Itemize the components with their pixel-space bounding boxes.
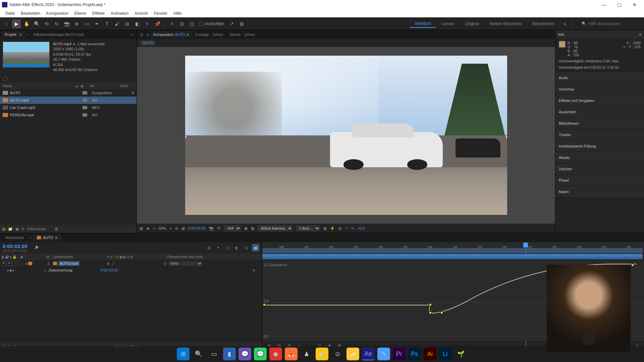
keyframe[interactable] [263, 303, 266, 306]
flowchart-icon[interactable]: ⊹ [345, 226, 348, 231]
menu-fenster[interactable]: Fenster [151, 10, 170, 17]
comp-lock-icon[interactable]: ⊡ [138, 33, 145, 37]
taskbar-after-effects[interactable]: Ae [362, 348, 375, 360]
channel-icon[interactable]: ◉ [146, 226, 150, 231]
minimize-button[interactable]: — [597, 0, 612, 9]
menu-hilfe[interactable]: Hilfe [171, 10, 184, 17]
keyframe-handle[interactable] [440, 311, 443, 314]
time-ruler[interactable]: 09f 19f 29f 09f 19f 29f 09f 19f 29f 09f … [262, 242, 644, 253]
align-checkbox[interactable]: Ausrichten [200, 21, 224, 26]
hand-tool[interactable]: ✋ [22, 19, 31, 28]
zoom-tool[interactable]: 🔍 [32, 19, 41, 28]
menu-effekte[interactable]: Effekte [90, 10, 107, 17]
tab-layer[interactable]: Ebene (ohne) [227, 31, 259, 38]
parent-select[interactable]: Ohne [169, 261, 202, 266]
composition-viewer[interactable] [137, 47, 555, 224]
brain-icon[interactable]: ⊡ [243, 244, 250, 251]
toolopt-2[interactable]: ⊡ [177, 19, 186, 28]
text-tool[interactable]: T [103, 19, 111, 28]
tab-footage[interactable]: Footage (ohne) [192, 31, 226, 38]
tab-overflow[interactable]: » [129, 33, 135, 37]
zoom-value[interactable]: 50% [159, 226, 166, 230]
comp-back-icon[interactable]: ◂ [145, 33, 150, 37]
timeline-search[interactable]: 🔎 [31, 246, 202, 250]
panel-fill[interactable]: Inhaltsbasierte Füllung [555, 140, 644, 152]
taskbar-app-5[interactable]: ✎ [377, 348, 390, 360]
camera-select[interactable]: Aktive Kamera [258, 225, 292, 231]
views-select[interactable]: 1 Ansi... [296, 225, 320, 231]
panel-bibliotheken[interactable]: Bibliotheken [555, 117, 644, 129]
info-panel-header[interactable]: Info≡ [555, 30, 644, 39]
project-row-carcrash[interactable]: Car Crash.mp3MP3 [0, 104, 137, 111]
transparency-icon[interactable]: ▦ [251, 226, 254, 231]
keyframe[interactable] [631, 264, 634, 266]
taskbar-app-2[interactable]: ◉ [269, 348, 282, 360]
panel-pinsel[interactable]: Pinsel [555, 174, 644, 186]
fast-preview-icon[interactable]: ⚡ [330, 226, 335, 231]
unified-camera-tool[interactable]: 📷 [62, 19, 71, 28]
project-row-auto-comp[interactable]: AUTOKomposition⚙ [0, 89, 137, 97]
project-row-person[interactable]: PERSON.mp4AVI [0, 111, 137, 119]
tab-timeline-comp[interactable]: AUTO ≡ [33, 234, 61, 241]
graph-editor-icon[interactable]: ▤ [252, 244, 259, 251]
adjust-icon[interactable]: ✎ [21, 227, 24, 231]
shy-icon[interactable]: ✦ [214, 244, 222, 251]
frame-blend-icon[interactable]: ◫ [224, 244, 231, 251]
col-type[interactable]: Art [90, 84, 120, 88]
rectangle-tool[interactable]: ▭ [83, 19, 91, 28]
interpret-icon[interactable]: ▦ [2, 227, 5, 231]
search-button[interactable]: 🔍 [192, 348, 205, 360]
panel-zeichen[interactable]: Zeichen [555, 163, 644, 174]
snapshot-icon[interactable]: 📷 [209, 226, 214, 231]
workspace-standard[interactable]: Standard [410, 20, 436, 28]
rotate-tool[interactable]: ↻ [52, 19, 61, 28]
help-search-input[interactable] [588, 21, 642, 26]
menu-animation[interactable]: Animation [108, 10, 131, 17]
roto-tool[interactable]: ✧ [143, 19, 152, 28]
pixel-aspect-icon[interactable]: ▦ [323, 226, 327, 231]
taskbar-app-4[interactable]: ◐ [316, 348, 328, 360]
taskbar-app-1[interactable]: ▮ [223, 348, 236, 360]
close-button[interactable]: ✕ [627, 0, 642, 9]
project-row-auto-mp4[interactable]: AUTO.mp4AVI [0, 97, 137, 104]
show-snapshot-icon[interactable]: 👁 [217, 226, 221, 230]
panel-tracker[interactable]: Tracker [555, 129, 644, 140]
maximize-button[interactable]: ▢ [612, 0, 627, 9]
menu-komposition[interactable]: Komposition [44, 10, 71, 17]
orbit-tool[interactable]: ⟲ [42, 19, 51, 28]
pan-behind-tool[interactable]: ⊕ [72, 19, 81, 28]
exposure-value[interactable]: +0,0 [358, 226, 365, 230]
folder-icon[interactable]: 📁 [8, 227, 13, 231]
col-name[interactable]: Name ▲ [0, 84, 80, 88]
menu-datei[interactable]: Datei [3, 10, 17, 17]
eraser-tool[interactable]: ◧ [133, 19, 142, 28]
motion-blur-icon[interactable]: ◐ [233, 244, 240, 251]
menu-ansicht[interactable]: Ansicht [132, 10, 150, 17]
taskbar-app-3[interactable]: ♟ [300, 348, 313, 360]
toolopt-4[interactable]: ↗ [227, 19, 236, 28]
timecode[interactable]: 0:00:03:25 [3, 243, 27, 249]
property-row[interactable]: ◂◆▸ ⌄Zeitverzerrung 0:00:03:10 ⊘ [0, 267, 262, 274]
panel-malen[interactable]: Malen [555, 186, 644, 197]
panel-absatz[interactable]: Absatz [555, 152, 644, 163]
pen-tool[interactable]: ✒ [93, 19, 101, 28]
panel-audio[interactable]: Audio [555, 72, 644, 83]
guides-icon[interactable]: ▦ [181, 226, 185, 231]
taskbar-app-6[interactable]: 🌱 [454, 348, 467, 360]
res-icon[interactable]: ⊞ [175, 226, 178, 231]
workspace-kleiner[interactable]: Kleiner Bildschirm [485, 20, 527, 27]
taskbar-obs[interactable]: ⊙ [331, 348, 344, 360]
new-comp-icon[interactable]: ▣ [15, 227, 19, 231]
workspace-original[interactable]: Original [460, 20, 483, 27]
bit-depth[interactable]: 8-Bit-Kanal [27, 227, 45, 231]
panel-ausrichten[interactable]: Ausrichten [555, 106, 644, 117]
project-thumbnail[interactable] [3, 42, 50, 68]
col-label[interactable]: ◉ [80, 84, 90, 88]
taskbar-firefox[interactable]: 🦊 [285, 348, 298, 360]
start-button[interactable]: ⊞ [177, 348, 190, 360]
panel-vorschau[interactable]: Vorschau [555, 83, 644, 95]
resolution-select[interactable]: Voll [224, 225, 241, 231]
reset-exp-icon[interactable]: ↻ [351, 226, 354, 231]
roi-icon[interactable]: ▣ [244, 226, 248, 231]
trash-icon[interactable]: 🗑 [55, 227, 58, 231]
